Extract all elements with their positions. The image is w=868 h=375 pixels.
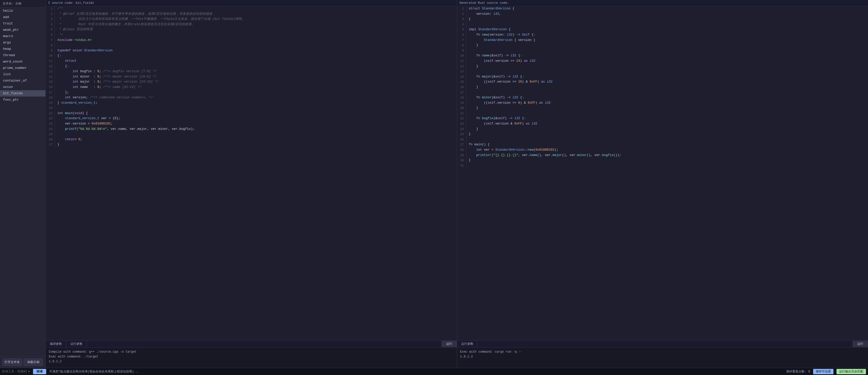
tool-label: 转译工具：智谱AI ▾ (2, 369, 30, 374)
c-line-11: struct (55, 59, 457, 64)
c-line-24: printf("%d.%d.%d.%d\n", ver.name, ver.ma… (55, 127, 457, 132)
sidebar-item-hello[interactable]: hello (0, 8, 45, 14)
c-line-9: typedef union StandardVersion (55, 48, 457, 54)
rln14: 14 (457, 75, 466, 80)
rust-line-23: (self.version & 0xFF) as i32 (466, 121, 868, 127)
rln10: 10 (457, 53, 466, 59)
c-line-17: }; (55, 90, 457, 95)
sidebar: 文件夹: 示例 hello add trait weak_ptr macro a… (0, 0, 46, 368)
rln21: 21 (457, 111, 466, 116)
ln26: 26 (46, 137, 55, 143)
ln24: 24 (46, 127, 55, 132)
sidebar-item-weak_ptr[interactable]: weak_ptr (0, 27, 45, 33)
rust-line-11: (self.version >> 24) as i32 (466, 59, 868, 64)
sidebar-item-heap[interactable]: heap (0, 46, 45, 52)
load-example-button[interactable]: 加载示例 (24, 358, 43, 366)
match-button[interactable]: 运行输出完全匹配 (837, 369, 866, 374)
rln7: 7 (457, 38, 466, 43)
ln14: 14 (46, 75, 55, 80)
c-line-7: #include <stdio.h> (55, 38, 457, 43)
sidebar-item-word_count[interactable]: word_count (0, 58, 45, 65)
c-compile-tab[interactable]: 编译参数 (46, 341, 66, 347)
main-area: 文件夹: 示例 hello add trait weak_ptr macro a… (0, 0, 868, 368)
c-output-line-2: Exec with command: ./target (49, 354, 454, 359)
rust-line-17 (466, 90, 868, 95)
c-line-5: * @class 语言特性型 (55, 27, 457, 32)
rust-run-button[interactable]: 运行 (852, 341, 868, 347)
tool-label-text: 转译工具：智谱AI (2, 369, 27, 374)
sidebar-item-container_of[interactable]: container_of (0, 78, 45, 84)
tool-dropdown-icon: ▾ (28, 370, 30, 373)
rln31: 31 (457, 163, 466, 169)
open-folder-button[interactable]: 打开文件夹 (3, 358, 22, 366)
rust-bottom-panel: 运行参数 运行 Exec with command: cargo run -q … (457, 341, 868, 368)
rust-line-12: } (466, 64, 868, 69)
rln22: 22 (457, 116, 466, 121)
confidence-button[interactable]: 测评可信度 (813, 369, 834, 374)
rust-code-area[interactable]: 1struct StandardVersion { 2 version: i32… (457, 6, 868, 340)
rust-panel-header: Generated Rust source code: (457, 0, 868, 6)
c-line-12: {∨ (55, 64, 457, 69)
ln6: 6 (46, 32, 55, 38)
c-line-8 (55, 43, 457, 48)
sidebar-item-bit_fields[interactable]: bit_fields (0, 90, 45, 96)
c-line-13: int bugfix : 8; /*!< bugfix version [7:0… (55, 69, 457, 75)
c-line-6: */ (55, 32, 457, 38)
c-bottom-toolbar: 编译参数 运行参数 运行 (46, 341, 457, 348)
rust-line-3: } (466, 17, 868, 22)
status-bar: 转译工具：智谱AI ▾ 转译 不满意?提点建议后再次转译(我会自动在末尾附上错误… (0, 368, 868, 375)
c-line-1: /** (55, 6, 457, 12)
c-code-area[interactable]: 1/** 2 * @brief 在用C语言做系统编程，对于硬件寄存器的描述，或用… (46, 6, 457, 340)
rln4: 4 (457, 22, 466, 27)
c-source-panel: C source code: bit_fields 1/** 2 * @brie… (46, 0, 457, 340)
ln27: 27 (46, 142, 55, 148)
rust-line-9 (466, 48, 868, 54)
c-output: Compile with command: g++ ./source.cpp -… (46, 348, 457, 368)
ln22: 22 (46, 116, 55, 121)
ln11: 11 (46, 59, 55, 64)
c-line-19: } standard_version_t; (55, 100, 457, 106)
rln28: 28 (457, 148, 466, 153)
bottom-panels: 编译参数 运行参数 运行 Compile with command: g++ .… (46, 340, 868, 368)
rust-line-21 (466, 111, 868, 116)
sidebar-item-macro[interactable]: macro (0, 33, 45, 39)
rust-source-panel: Generated Rust source code: 1struct Stan… (457, 0, 868, 340)
rln13: 13 (457, 69, 466, 75)
ln8: 8 (46, 43, 55, 48)
rust-line-5: impl StandardVersion { (466, 27, 868, 32)
sidebar-item-trait[interactable]: trait (0, 20, 45, 27)
c-output-line-3: 1.0.1.2 (49, 359, 454, 364)
sidebar-item-prime_number[interactable]: prime_number (0, 65, 45, 71)
rust-line-19: ((self.version >> 8) & 0xFF) as i32 (466, 100, 868, 106)
c-line-14: int minor : 8; /*!< minor version [15:8]… (55, 75, 457, 80)
c-run-button[interactable]: 运行 (441, 341, 457, 347)
sidebar-item-func_ptr[interactable]: func_ptr (0, 96, 45, 103)
sidebar-item-list[interactable]: list (0, 71, 45, 78)
sidebar-title: 文件夹: 示例 (0, 0, 45, 8)
c-line-3: * 往往几个位就对应实际有意义的量，一个bit不够描述，一个byte又太多余，就… (55, 17, 457, 22)
c-line-23: ver.version = 0x01000102; (55, 121, 457, 127)
sidebar-item-args[interactable]: args (0, 39, 45, 46)
rln30: 30 (457, 158, 466, 163)
sidebar-item-union[interactable]: union (0, 84, 45, 90)
c-line-27: } (55, 142, 457, 148)
rust-line-10: fn name(&self) -> i32 {∨ (466, 53, 868, 59)
rln1: 1 (457, 6, 466, 12)
rust-line-18: fn minor(&self) -> i32 {∨ (466, 95, 868, 100)
rust-output-line-1: Exec with command: cargo run -q -- (460, 350, 865, 354)
ln9: 9 (46, 48, 55, 54)
rust-line-7: StandardVersion { version } (466, 38, 868, 43)
c-line-22: standard_version_t ver = {0}; (55, 116, 457, 121)
translate-button[interactable]: 转译 (33, 369, 46, 374)
rln23: 23 (457, 121, 466, 127)
c-line-18: int version; /*!< combined version numbe… (55, 95, 457, 100)
rln12: 12 (457, 64, 466, 69)
ln12: 12 (46, 64, 55, 69)
c-run-tab[interactable]: 运行参数 (66, 341, 87, 347)
rust-run-tab[interactable]: 运行参数 (457, 341, 478, 347)
sidebar-item-add[interactable]: add (0, 14, 45, 20)
sidebar-item-thread[interactable]: thread (0, 52, 45, 58)
c-line-16: int name : 8; /*!< name [31:24] */ (55, 85, 457, 90)
rust-line-22: fn bugfix(&self) -> i32 {∨ (466, 116, 868, 121)
ln21: 21 (46, 111, 55, 116)
